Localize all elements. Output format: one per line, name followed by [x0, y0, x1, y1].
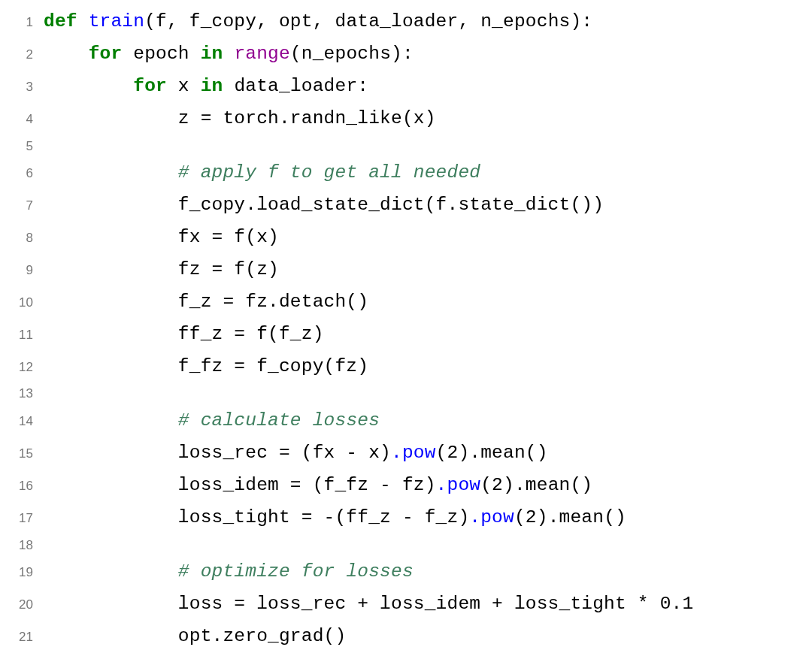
line-number: 8 — [8, 227, 44, 249]
line-number: 15 — [8, 443, 44, 465]
code-token: data_loader: — [234, 76, 368, 96]
line-number: 9 — [8, 259, 44, 282]
code-line: 2 for epoch in range(n_epochs): — [8, 38, 812, 71]
code-token: opt.zero_grad() — [44, 626, 346, 646]
code-token: (f, f_copy, opt, data_loader, n_epochs): — [144, 11, 592, 32]
code-line: 1def train(f, f_copy, opt, data_loader, … — [8, 6, 812, 38]
code-source: for x in data_loader: — [44, 71, 812, 103]
code-source: for epoch in range(n_epochs): — [44, 38, 812, 71]
code-token: epoch — [133, 44, 200, 64]
line-number: 1 — [8, 11, 44, 34]
code-token: range — [234, 44, 290, 64]
line-number: 3 — [8, 76, 44, 98]
code-source: # calculate losses — [44, 405, 812, 437]
code-source: # apply f to get all needed — [44, 157, 812, 189]
code-line: 11 ff_z = f(f_z) — [8, 319, 812, 351]
code-source: fx = f(x) — [44, 222, 812, 254]
code-token: # calculate losses — [178, 410, 380, 431]
code-line: 8 fx = f(x) — [8, 222, 812, 254]
code-line: 6 # apply f to get all needed — [8, 157, 812, 189]
line-number: 12 — [8, 356, 44, 379]
line-number: 5 — [8, 135, 44, 158]
code-line: 14 # calculate losses — [8, 405, 812, 437]
code-token: f_copy.load_state_dict(f.state_dict()) — [44, 195, 604, 215]
code-token: loss_rec = (fx - x) — [44, 443, 391, 463]
line-number: 10 — [8, 292, 44, 314]
code-source: loss_idem = (f_fz - fz).pow(2).mean() — [44, 470, 812, 502]
code-source: f_fz = f_copy(fz) — [44, 351, 812, 383]
line-number: 19 — [8, 561, 44, 584]
line-number: 14 — [8, 410, 44, 433]
code-token: in — [201, 44, 235, 64]
code-token: .pow — [469, 507, 514, 528]
code-token: .pow — [436, 475, 481, 495]
code-token: train — [89, 11, 145, 32]
code-token: (2).mean() — [514, 507, 626, 528]
code-line: 16 loss_idem = (f_fz - fz).pow(2).mean() — [8, 470, 812, 502]
code-line: 3 for x in data_loader: — [8, 71, 812, 103]
code-line: 18 — [8, 534, 812, 557]
code-token: .pow — [391, 443, 436, 463]
code-line: 10 f_z = fz.detach() — [8, 286, 812, 319]
line-number: 17 — [8, 507, 44, 530]
code-token: (2).mean() — [480, 475, 592, 495]
code-token: fx = f(x) — [44, 227, 279, 247]
code-source: opt.zero_grad() — [44, 621, 812, 653]
code-source: loss_tight = -(ff_z - f_z).pow(2).mean() — [44, 502, 812, 534]
code-line: 4 z = torch.randn_like(x) — [8, 103, 812, 135]
code-line: 13 — [8, 382, 812, 405]
code-source: f_copy.load_state_dict(f.state_dict()) — [44, 189, 812, 222]
code-token: (n_epochs): — [290, 44, 414, 64]
code-line: 12 f_fz = f_copy(fz) — [8, 351, 812, 383]
code-line: 9 fz = f(z) — [8, 254, 812, 286]
code-source: z = torch.randn_like(x) — [44, 103, 812, 135]
code-token — [44, 561, 178, 582]
line-number: 4 — [8, 108, 44, 131]
code-token: loss_idem = (f_fz - fz) — [44, 475, 436, 495]
code-token: f_z = fz.detach() — [44, 292, 368, 312]
code-token: fz = f(z) — [44, 259, 279, 280]
code-token — [44, 44, 89, 64]
code-token: # apply f to get all needed — [178, 162, 480, 183]
line-number: 20 — [8, 594, 44, 616]
code-token — [44, 162, 178, 183]
code-token: in — [201, 76, 235, 96]
code-line: 21 opt.zero_grad() — [8, 621, 812, 653]
line-number: 16 — [8, 475, 44, 497]
code-source: loss_rec = (fx - x).pow(2).mean() — [44, 437, 812, 470]
code-line: 20 loss = loss_rec + loss_idem + loss_ti… — [8, 588, 812, 621]
code-token: # optimize for losses — [178, 561, 414, 582]
code-line: 19 # optimize for losses — [8, 556, 812, 588]
line-number: 11 — [8, 324, 44, 346]
code-token: z = torch.randn_like(x) — [44, 108, 436, 128]
code-token — [44, 410, 178, 431]
code-token: loss = loss_rec + loss_idem + loss_tight… — [44, 594, 693, 614]
code-token: ff_z = f(f_z) — [44, 324, 324, 344]
line-number: 2 — [8, 44, 44, 66]
code-token: for — [89, 44, 134, 64]
line-number: 18 — [8, 534, 44, 557]
code-listing: 1def train(f, f_copy, opt, data_loader, … — [0, 0, 812, 653]
code-token: def — [44, 11, 89, 32]
code-line: 7 f_copy.load_state_dict(f.state_dict()) — [8, 189, 812, 222]
code-token: (2).mean() — [436, 443, 548, 463]
code-source: fz = f(z) — [44, 254, 812, 286]
code-source: loss = loss_rec + loss_idem + loss_tight… — [44, 588, 812, 621]
code-token: x — [178, 76, 201, 96]
code-token: loss_tight = -(ff_z - f_z) — [44, 507, 469, 528]
code-token: for — [133, 76, 178, 96]
code-source: f_z = fz.detach() — [44, 286, 812, 319]
line-number: 13 — [8, 382, 44, 405]
line-number: 7 — [8, 195, 44, 217]
code-line: 15 loss_rec = (fx - x).pow(2).mean() — [8, 437, 812, 470]
code-source: ff_z = f(f_z) — [44, 319, 812, 351]
code-token — [44, 76, 133, 96]
code-token: f_fz = f_copy(fz) — [44, 356, 368, 376]
line-number: 6 — [8, 162, 44, 185]
code-source: def train(f, f_copy, opt, data_loader, n… — [44, 6, 812, 38]
line-number: 21 — [8, 626, 44, 648]
code-line: 5 — [8, 135, 812, 158]
code-line: 17 loss_tight = -(ff_z - f_z).pow(2).mea… — [8, 502, 812, 534]
code-source: # optimize for losses — [44, 556, 812, 588]
